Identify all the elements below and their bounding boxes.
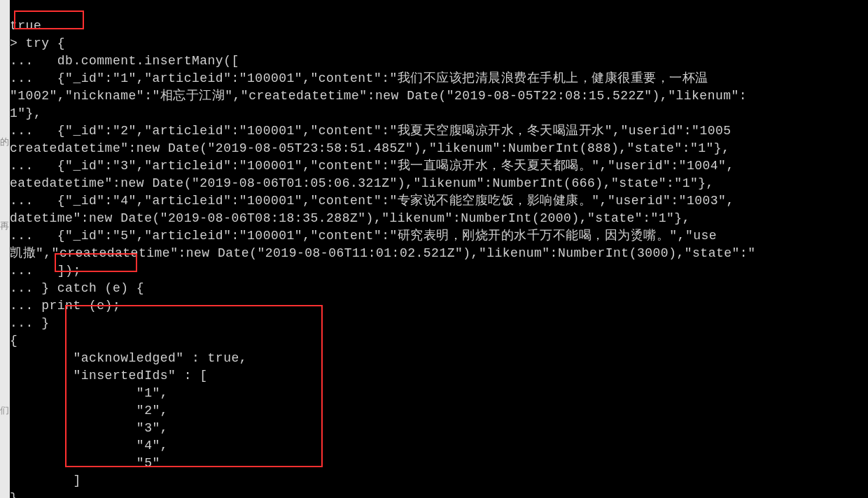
terminal-line: "3", (10, 421, 168, 435)
terminal-line: ... {"_id":"1","articleid":"100001","con… (10, 71, 708, 85)
terminal-line: createdatetime":new Date("2019-08-05T23:… (10, 141, 729, 155)
terminal-line: ... ]); (10, 264, 81, 278)
terminal-line: ] (10, 474, 81, 488)
terminal-line: "1002","nickname":"相忘于江湖","createdatetim… (10, 89, 747, 103)
terminal-line: ... {"_id":"4","articleid":"100001","con… (10, 194, 734, 208)
editor-gutter: 的 再 们 (0, 0, 10, 498)
terminal-line: ... {"_id":"5","articleid":"100001","con… (10, 229, 717, 243)
terminal-line: "acknowledged" : true, (10, 351, 247, 365)
terminal-line: } (10, 491, 18, 498)
gutter-char: 再 (0, 218, 10, 235)
terminal-line: "insertedIds" : [ (10, 369, 208, 383)
terminal-line: ... {"_id":"2","articleid":"100001","con… (10, 124, 732, 138)
terminal-line: eatedatetime":new Date("2019-08-06T01:05… (10, 176, 714, 190)
terminal-line: ... db.comment.insertMany([ (10, 54, 239, 68)
terminal-line: "2", (10, 404, 168, 418)
terminal-line: ... } catch (e) { (10, 281, 144, 295)
terminal-line: { (10, 334, 18, 348)
terminal-line: "1", (10, 386, 168, 400)
terminal-line: 凯撒","createdatetime":new Date("2019-08-0… (10, 246, 755, 260)
terminal-line: true (10, 19, 41, 33)
terminal-line: ... print (e); (10, 299, 120, 313)
terminal-line: "5" (10, 456, 160, 470)
terminal-line: ... {"_id":"3","articleid":"100001","con… (10, 159, 734, 173)
terminal-line: datetime":new Date("2019-08-06T08:18:35.… (10, 211, 690, 225)
terminal-line: ... } (10, 316, 50, 330)
gutter-char: 们 (0, 403, 10, 420)
terminal-line: 1"}, (10, 106, 41, 120)
terminal-line: > try { (10, 36, 65, 50)
terminal-line: "4", (10, 439, 168, 453)
terminal-output[interactable]: true > try { ... db.comment.insertMany([… (10, 0, 868, 498)
gutter-char: 的 (0, 134, 10, 151)
